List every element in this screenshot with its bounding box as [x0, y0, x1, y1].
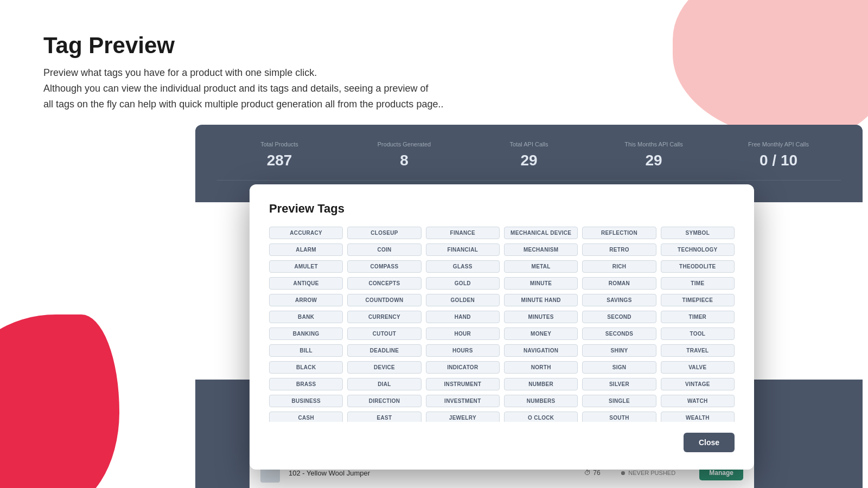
tag-badge: COIN: [347, 243, 421, 256]
tag-badge: NAVIGATION: [504, 344, 578, 357]
tag-badge: SOUTH: [582, 412, 656, 422]
tag-badge: COUNTDOWN: [347, 294, 421, 306]
tag-badge: METAL: [504, 260, 578, 273]
tag-badge: ROMAN: [582, 277, 656, 290]
tag-badge: SILVER: [582, 378, 656, 390]
stat-free-monthly-api-calls-label: Free Monthly API Calls: [716, 141, 841, 147]
tag-badge: MECHANICAL DEVICE: [504, 227, 578, 239]
tag-badge: SAVINGS: [582, 294, 656, 306]
tag-badge: TRAVEL: [661, 344, 735, 357]
tag-badge: GOLD: [426, 277, 500, 290]
tag-badge: NUMBERS: [504, 395, 578, 407]
close-button[interactable]: Close: [684, 433, 735, 452]
tag-badge: HOUR: [426, 328, 500, 340]
tag-badge: O CLOCK: [504, 412, 578, 422]
page-title: Tag Preview: [43, 33, 825, 59]
tag-badge: SECOND: [582, 311, 656, 323]
stat-this-months-api-calls-label: This Months API Calls: [591, 141, 716, 147]
tag-badge: MINUTE HAND: [504, 294, 578, 306]
tag-badge: DIAL: [347, 378, 421, 390]
stat-this-months-api-calls: This Months API Calls 29: [591, 141, 716, 169]
tag-badge: HOURS: [426, 344, 500, 357]
stat-free-monthly-api-calls-value: 0 / 10: [716, 152, 841, 169]
stat-total-products-label: Total Products: [217, 141, 342, 147]
tag-badge: WATCH: [661, 395, 735, 407]
tag-badge: MECHANISM: [504, 243, 578, 256]
stat-total-products: Total Products 287: [217, 141, 342, 169]
tag-badge: TIMEPIECE: [661, 294, 735, 306]
product-status: ⏺ NEVER PUSHED: [620, 470, 691, 476]
tag-badge: HAND: [426, 311, 500, 323]
tag-badge: MINUTE: [504, 277, 578, 290]
tag-badge: CASH: [269, 412, 343, 422]
tag-badge: ALARM: [269, 243, 343, 256]
modal-title: Preview Tags: [269, 202, 735, 216]
product-count: ⏱ 76: [584, 469, 611, 477]
page-header: Tag Preview Preview what tags you have f…: [0, 0, 868, 112]
tags-grid: ACCURACYCLOSEUPFINANCEMECHANICAL DEVICER…: [269, 227, 735, 422]
stat-total-api-calls-label: Total API Calls: [467, 141, 591, 147]
tag-badge: REFLECTION: [582, 227, 656, 239]
tag-badge: RETRO: [582, 243, 656, 256]
tag-badge: EAST: [347, 412, 421, 422]
stat-products-generated-value: 8: [342, 152, 467, 169]
tag-badge: WEALTH: [661, 412, 735, 422]
tag-badge: BANK: [269, 311, 343, 323]
clock-icon: ⏱: [584, 469, 591, 477]
tag-badge: TOOL: [661, 328, 735, 340]
tag-badge: BANKING: [269, 328, 343, 340]
tag-badge: BILL: [269, 344, 343, 357]
stat-products-generated-label: Products Generated: [342, 141, 467, 147]
tag-badge: CLOSEUP: [347, 227, 421, 239]
tag-badge: SHINY: [582, 344, 656, 357]
preview-tags-modal: Preview Tags ACCURACYCLOSEUPFINANCEMECHA…: [250, 184, 754, 470]
tag-badge: DEVICE: [347, 361, 421, 374]
tag-badge: ANTIQUE: [269, 277, 343, 290]
tag-badge: BRASS: [269, 378, 343, 390]
stat-free-monthly-api-calls: Free Monthly API Calls 0 / 10: [716, 141, 841, 169]
tag-badge: ARROW: [269, 294, 343, 306]
tag-badge: SYMBOL: [661, 227, 735, 239]
tag-badge: GLASS: [426, 260, 500, 273]
tag-badge: TIME: [661, 277, 735, 290]
stat-total-api-calls: Total API Calls 29: [467, 141, 591, 169]
tag-badge: VALVE: [661, 361, 735, 374]
tag-badge: ACCURACY: [269, 227, 343, 239]
tag-badge: THEODOLITE: [661, 260, 735, 273]
tag-badge: VINTAGE: [661, 378, 735, 390]
tag-badge: INDICATOR: [426, 361, 500, 374]
tag-badge: MONEY: [504, 328, 578, 340]
tag-badge: RICH: [582, 260, 656, 273]
tag-badge: AMULET: [269, 260, 343, 273]
stat-this-months-api-calls-value: 29: [591, 152, 716, 169]
stat-products-generated: Products Generated 8: [342, 141, 467, 169]
stat-total-api-calls-value: 29: [467, 152, 591, 169]
tag-badge: MINUTES: [504, 311, 578, 323]
decorative-blob-bottom-left: [0, 314, 119, 488]
tag-badge: TECHNOLOGY: [661, 243, 735, 256]
tag-badge: NUMBER: [504, 378, 578, 390]
tag-badge: CURRENCY: [347, 311, 421, 323]
stat-total-products-value: 287: [217, 152, 342, 169]
tag-badge: DEADLINE: [347, 344, 421, 357]
tag-badge: JEWELRY: [426, 412, 500, 422]
tag-badge: SIGN: [582, 361, 656, 374]
tag-badge: GOLDEN: [426, 294, 500, 306]
tag-badge: DIRECTION: [347, 395, 421, 407]
tag-badge: SECONDS: [582, 328, 656, 340]
stats-row: Total Products 287 Products Generated 8 …: [217, 141, 841, 181]
modal-footer: Close: [269, 433, 735, 452]
tag-badge: FINANCE: [426, 227, 500, 239]
product-name: 102 - Yellow Wool Jumper: [289, 469, 480, 477]
tag-badge: CUTOUT: [347, 328, 421, 340]
status-icon: ⏺: [620, 470, 626, 476]
tag-badge: INVESTMENT: [426, 395, 500, 407]
page-description: Preview what tags you have for a product…: [43, 65, 532, 112]
tag-badge: SINGLE: [582, 395, 656, 407]
tag-badge: BLACK: [269, 361, 343, 374]
tag-badge: FINANCIAL: [426, 243, 500, 256]
tag-badge: INSTRUMENT: [426, 378, 500, 390]
tag-badge: BUSINESS: [269, 395, 343, 407]
tag-badge: CONCEPTS: [347, 277, 421, 290]
tag-badge: NORTH: [504, 361, 578, 374]
